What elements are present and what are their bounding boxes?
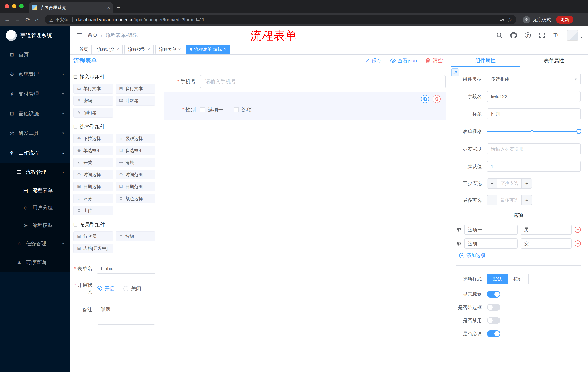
component-type-select[interactable]: 多选框组 xyxy=(487,74,581,85)
palette-item-date-picker[interactable]: ▦日期选择 xyxy=(74,182,113,191)
remove-option-button[interactable] xyxy=(575,227,581,233)
github-icon[interactable] xyxy=(510,32,517,39)
palette-item-checkbox-group[interactable]: ☑多选框组 xyxy=(116,146,155,155)
palette-item-cascader[interactable]: ⋔级联选择 xyxy=(116,134,155,143)
sidebar-item-user-group[interactable]: ☺ 用户分组 xyxy=(0,199,70,217)
tab-component-props[interactable]: 组件属性 xyxy=(451,55,520,67)
palette-item-color-picker[interactable]: ⊙颜色选择 xyxy=(116,194,155,203)
reload-button[interactable] xyxy=(25,17,30,23)
browser-update-button[interactable]: 更新 xyxy=(556,16,573,24)
sidebar-item-infra[interactable]: ⊟ 基础设施 xyxy=(0,104,70,123)
show-label-toggle[interactable] xyxy=(487,291,500,298)
phone-input[interactable] xyxy=(200,75,446,88)
page-tab-process-model[interactable]: 流程模型 xyxy=(125,45,154,54)
gender-field-block[interactable]: 性别 选项一 选项二 xyxy=(164,92,446,120)
stepper-plus-button[interactable] xyxy=(521,179,532,188)
form-remark-textarea[interactable]: 嘿嘿 xyxy=(97,304,155,325)
status-off-radio[interactable]: 关闭 xyxy=(123,285,141,292)
page-tab-home[interactable]: 首页 xyxy=(76,45,92,54)
option-1-value-input[interactable] xyxy=(521,224,572,235)
palette-item-switch[interactable]: ◐开关 xyxy=(74,158,113,167)
font-size-icon[interactable]: TT xyxy=(553,32,559,39)
default-value-input[interactable] xyxy=(487,161,581,172)
sidebar-item-system[interactable]: ⚙ 系统管理 xyxy=(0,64,70,84)
option-2-value-input[interactable] xyxy=(521,238,572,249)
palette-item-password[interactable]: ⊛密码 xyxy=(74,96,113,106)
palette-item-multi-line-text[interactable]: ▤多行文本 xyxy=(116,84,155,94)
field-name-input[interactable] xyxy=(487,91,581,102)
palette-item-date-range[interactable]: ▧日期范围 xyxy=(116,182,155,191)
security-label[interactable]: 不安全 xyxy=(55,17,69,22)
grid-slider[interactable] xyxy=(487,126,581,137)
title-input[interactable] xyxy=(487,108,581,119)
brand[interactable]: 芋道管理系统 xyxy=(0,26,70,45)
tab-close-icon[interactable] xyxy=(224,47,226,52)
link-anchor-icon[interactable] xyxy=(451,68,459,76)
sidebar-item-process-form[interactable]: ▤ 流程表单 xyxy=(0,182,70,199)
page-tab-process-def[interactable]: 流程定义 xyxy=(94,45,123,54)
save-button[interactable]: 保存 xyxy=(366,57,382,64)
remove-option-button[interactable] xyxy=(575,240,581,247)
style-button-button[interactable]: 按钮 xyxy=(508,274,529,285)
stepper-plus-button[interactable] xyxy=(521,195,532,205)
border-toggle[interactable] xyxy=(487,304,500,311)
palette-item-button[interactable]: ⊡按钮 xyxy=(116,232,155,241)
style-default-button[interactable]: 默认 xyxy=(487,274,508,285)
label-width-input[interactable] xyxy=(487,143,581,154)
forward-button[interactable] xyxy=(15,17,20,23)
tab-close-icon[interactable] xyxy=(107,5,110,11)
new-tab-button[interactable] xyxy=(116,4,120,11)
palette-item-select[interactable]: ◎下拉选择 xyxy=(74,134,113,143)
user-avatar[interactable] xyxy=(567,30,578,41)
browser-menu-icon[interactable] xyxy=(578,16,584,23)
palette-item-editor[interactable]: ✎编辑器 xyxy=(74,108,113,117)
disabled-toggle[interactable] xyxy=(487,317,500,324)
help-icon[interactable] xyxy=(525,32,531,39)
palette-item-row-container[interactable]: ▣行容器 xyxy=(74,232,113,241)
home-button[interactable] xyxy=(35,17,38,23)
fullscreen-icon[interactable] xyxy=(539,32,545,39)
palette-item-counter[interactable]: 123计数器 xyxy=(116,96,155,106)
required-toggle[interactable] xyxy=(487,330,500,337)
stepper-minus-button[interactable] xyxy=(487,195,497,205)
max-select-placeholder[interactable]: 最多可选 xyxy=(497,195,521,205)
gender-option-1-checkbox[interactable]: 选项一 xyxy=(200,106,223,113)
window-close-button[interactable] xyxy=(5,4,9,8)
stepper-minus-button[interactable] xyxy=(487,179,497,188)
sidebar-item-payment[interactable]: ¥ 支付管理 xyxy=(0,84,70,104)
search-icon[interactable] xyxy=(496,32,503,39)
add-option-button[interactable]: 添加选项 xyxy=(459,252,581,259)
sidebar-item-devtools[interactable]: ⚒ 研发工具 xyxy=(0,123,70,143)
slider-handle[interactable] xyxy=(576,129,581,134)
window-minimize-button[interactable] xyxy=(12,4,16,8)
palette-item-time-picker[interactable]: ◴时间选择 xyxy=(74,170,113,180)
page-tab-process-form[interactable]: 流程表单 xyxy=(155,45,184,54)
drag-handle-icon[interactable] xyxy=(456,241,461,246)
copy-field-button[interactable] xyxy=(421,95,429,103)
sidebar-item-task-manage[interactable]: ⋔ 任务管理 xyxy=(0,234,70,253)
sidebar-item-process-manage[interactable]: ☰ 流程管理 xyxy=(0,163,70,182)
drag-handle-icon[interactable] xyxy=(456,227,461,232)
window-zoom-button[interactable] xyxy=(19,4,24,8)
option-2-label-input[interactable] xyxy=(464,238,518,249)
palette-item-slider[interactable]: ⊶滑块 xyxy=(116,158,155,167)
page-tab-process-form-edit[interactable]: 流程表单-编辑 xyxy=(186,45,230,54)
sidebar-item-workflow[interactable]: ❖ 工作流程 xyxy=(0,143,70,163)
palette-item-rate[interactable]: ☆评分 xyxy=(74,194,113,203)
palette-item-table[interactable]: ▩表格[开发中] xyxy=(74,244,113,253)
gender-option-2-checkbox[interactable]: 选项二 xyxy=(234,106,257,113)
back-button[interactable] xyxy=(4,17,10,23)
status-on-radio[interactable]: 开启 xyxy=(97,285,115,292)
palette-item-single-line-text[interactable]: ▭单行文本 xyxy=(74,84,113,94)
sidebar-item-process-model[interactable]: ➤ 流程模型 xyxy=(0,217,70,234)
browser-tab[interactable]: 芋道管理系统 xyxy=(29,2,113,13)
password-key-icon[interactable] xyxy=(499,17,505,22)
phone-field-row[interactable]: 手机号 xyxy=(164,75,446,88)
palette-item-upload[interactable]: ↥上传 xyxy=(74,206,113,215)
option-1-label-input[interactable] xyxy=(464,224,518,235)
palette-item-radio-group[interactable]: ◉单选框组 xyxy=(74,146,113,155)
form-name-input[interactable] xyxy=(97,264,155,274)
clear-button[interactable]: 清空 xyxy=(425,57,443,64)
delete-field-button[interactable] xyxy=(433,95,441,103)
palette-item-time-range[interactable]: ◷时间范围 xyxy=(116,170,155,180)
